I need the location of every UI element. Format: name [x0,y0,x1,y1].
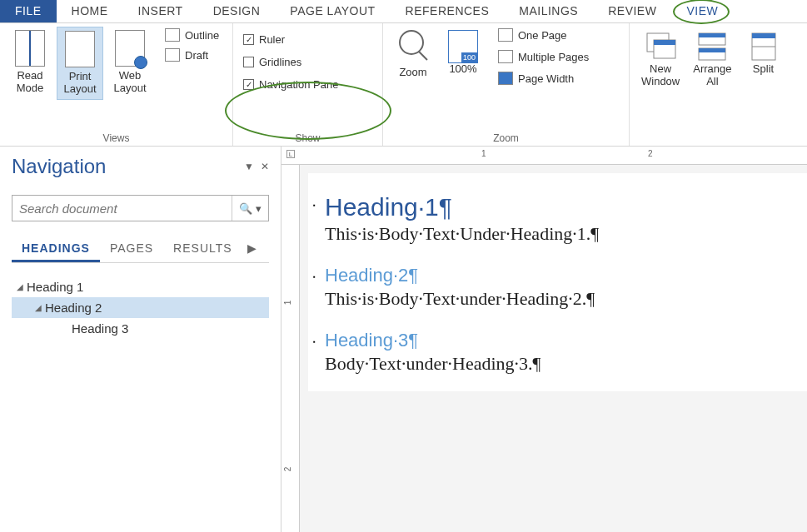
one-page-button[interactable]: One Page [495,27,592,43]
nav-close-icon[interactable]: ✕ [261,161,269,172]
group-views: Read Mode Print Layout Web Layout Outlin… [0,23,233,146]
gridlines-checkbox[interactable]: Gridlines [240,54,305,70]
svg-rect-6 [699,48,725,52]
nav-tab-pages[interactable]: PAGES [100,236,163,262]
group-zoom: Zoom 100 100% One Page Multiple Pages Pa… [383,23,630,146]
tree-item-h2[interactable]: ◢ Heading 2 [12,297,269,318]
doc-body-2[interactable]: This·is·Body·Text·under·Heading·2.¶ [325,288,790,310]
tab-file[interactable]: FILE [0,0,57,22]
search-icon[interactable]: 🔍 ▾ [232,196,268,221]
tab-home[interactable]: HOME [57,0,123,22]
vertical-ruler[interactable]: 1 2 [281,165,300,532]
tab-view[interactable]: VIEW [671,0,733,22]
web-layout-icon [115,30,145,67]
web-layout-button[interactable]: Web Layout [107,27,153,98]
navigation-title: Navigation [12,155,106,178]
doc-heading-1[interactable]: Heading·1¶ [325,193,790,221]
split-button[interactable]: Split [740,27,787,79]
page-width-icon [498,72,513,85]
arrange-all-icon [695,30,729,63]
nav-tabs: HEADINGS PAGES RESULTS ▶ [12,236,269,263]
group-window: New Window Arrange All Split [630,23,807,146]
doc-heading-2[interactable]: Heading·2¶ [325,265,790,286]
search-box[interactable]: 🔍 ▾ [12,195,269,221]
draft-button[interactable]: Draft [162,47,222,63]
checkbox-checked-icon: ✓ [243,79,254,90]
tab-page-layout[interactable]: PAGE LAYOUT [275,0,390,22]
nav-tab-more[interactable]: ▶ [242,236,262,262]
new-window-icon [644,30,677,63]
caret-down-icon: ◢ [17,282,27,291]
group-zoom-label: Zoom [390,129,622,144]
doc-body-3[interactable]: Body·Text·under·Heading·3.¶ [325,353,790,375]
read-mode-button[interactable]: Read Mode [7,27,53,98]
multiple-pages-button[interactable]: Multiple Pages [495,48,592,65]
doc-heading-3[interactable]: Heading·3¶ [325,330,790,351]
tab-references[interactable]: REFERENCES [391,0,505,22]
split-icon [747,30,780,63]
zoom-icon [399,30,427,58]
tab-design[interactable]: DESIGN [198,0,276,22]
caret-down-icon: ◢ [35,303,45,312]
tab-mailings[interactable]: MAILINGS [504,0,593,22]
group-views-label: Views [7,129,226,144]
tree-item-h3[interactable]: Heading 3 [12,318,269,339]
doc-body-1[interactable]: This·is·Body·Text·Under·Heading·1.¶ [325,223,790,245]
draft-icon [165,48,180,62]
search-input[interactable] [12,201,232,216]
headings-tree: ◢ Heading 1 ◢ Heading 2 Heading 3 [12,276,269,339]
checkbox-unchecked-icon [243,57,254,67]
nav-tab-headings[interactable]: HEADINGS [12,236,100,262]
outline-icon [165,28,180,42]
svg-rect-2 [654,40,675,45]
ribbon: Read Mode Print Layout Web Layout Outlin… [0,23,807,147]
zoom-button[interactable]: Zoom [390,27,436,82]
ruler-checkbox[interactable]: ✓ Ruler [240,32,288,47]
group-show-label: Show [240,129,376,144]
svg-rect-4 [699,33,725,37]
page-width-button[interactable]: Page Width [495,70,592,87]
svg-rect-8 [752,33,775,38]
hundred-icon: 100 [448,30,478,63]
document-area: L 1 2 1 2 Heading·1¶ This·is·Body·Text·U… [281,147,807,532]
outline-button[interactable]: Outline [162,27,222,43]
nav-tab-results[interactable]: RESULTS [163,236,242,262]
nav-dropdown-icon[interactable]: ▼ [244,161,254,172]
group-show: ✓ Ruler Gridlines ✓ Navigation Pane Show [233,23,383,146]
one-page-icon [498,28,513,42]
tab-review[interactable]: REVIEW [593,0,671,22]
read-mode-icon [15,30,45,67]
new-window-button[interactable]: New Window [636,27,685,92]
print-layout-button[interactable]: Print Layout [57,27,103,100]
body-area: Navigation ▼ ✕ 🔍 ▾ HEADINGS PAGES RESULT… [0,147,807,532]
hundred-percent-button[interactable]: 100 100% [440,27,486,79]
print-layout-icon [65,31,95,67]
tree-item-h1[interactable]: ◢ Heading 1 [12,276,269,297]
navigation-pane-checkbox[interactable]: ✓ Navigation Pane [240,77,341,92]
document-page[interactable]: Heading·1¶ This·is·Body·Text·Under·Headi… [308,173,807,391]
horizontal-ruler[interactable]: L 1 2 [281,147,807,165]
checkbox-checked-icon: ✓ [243,34,254,45]
multiple-pages-icon [498,50,513,63]
arrange-all-button[interactable]: Arrange All [688,27,736,92]
tab-insert[interactable]: INSERT [123,0,198,22]
navigation-pane: Navigation ▼ ✕ 🔍 ▾ HEADINGS PAGES RESULT… [0,147,281,532]
ribbon-tabs: FILE HOME INSERT DESIGN PAGE LAYOUT REFE… [0,0,807,23]
